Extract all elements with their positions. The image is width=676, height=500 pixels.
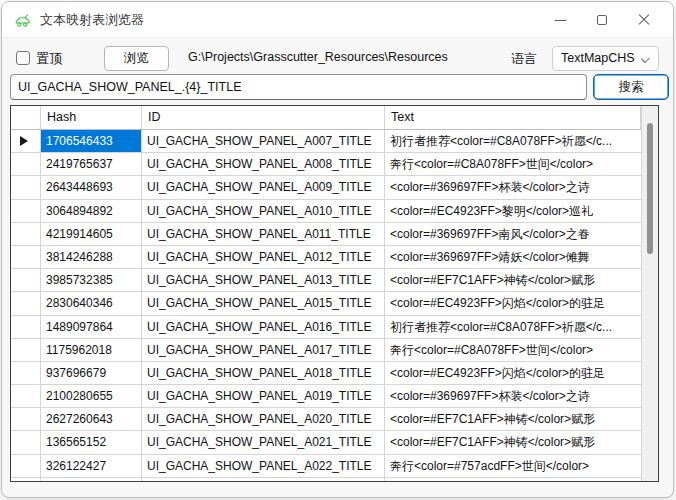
table-row[interactable]: 4219914605UI_GACHA_SHOW_PANEL_A011_TITLE… xyxy=(11,223,658,246)
id-cell[interactable]: UI_GACHA_SHOW_PANEL_A011_TITLE xyxy=(142,223,385,246)
row-header-cell[interactable] xyxy=(11,339,41,362)
hash-cell[interactable]: 937696679 xyxy=(41,362,142,385)
hash-cell[interactable]: 1489097864 xyxy=(41,316,142,339)
scrollbar-thumb[interactable] xyxy=(647,123,653,254)
table-row[interactable]: 1489097864UI_GACHA_SHOW_PANEL_A016_TITLE… xyxy=(11,316,658,339)
grid-rows: 1706546433UI_GACHA_SHOW_PANEL_A007_TITLE… xyxy=(11,130,658,482)
grid-header-row: Hash ID Text xyxy=(11,106,658,130)
row-header-cell[interactable] xyxy=(11,153,41,176)
row-header-cell[interactable] xyxy=(11,455,41,478)
id-cell[interactable]: UI_GACHA_SHOW_PANEL_A010_TITLE xyxy=(142,200,385,223)
table-row[interactable]: 326122427UI_GACHA_SHOW_PANEL_A022_TITLE奔… xyxy=(11,455,658,478)
app-window: 文本映射表浏览器 置顶 浏览 G:\Projects\Grasscutter_R… xyxy=(1,1,674,498)
table-row[interactable]: 2100280655UI_GACHA_SHOW_PANEL_A019_TITLE… xyxy=(11,385,658,408)
text-cell[interactable]: <color=#369697FF>靖妖</color>傩舞 xyxy=(385,246,641,269)
search-input[interactable] xyxy=(10,74,587,100)
search-button[interactable]: 搜索 xyxy=(593,74,669,100)
text-cell[interactable]: <color=#EF7C1AFF>神铸</color>赋形 xyxy=(385,269,641,292)
table-row[interactable]: 2627260643UI_GACHA_SHOW_PANEL_A020_TITLE… xyxy=(11,408,658,431)
row-header-cell[interactable] xyxy=(11,431,41,454)
table-row-partial[interactable]: 初行者推荐<color=#C8A078FF>祈愿</c... xyxy=(11,478,658,482)
hash-cell[interactable]: 3985732385 xyxy=(41,269,142,292)
hash-cell[interactable]: 3064894892 xyxy=(41,200,142,223)
row-header-cell[interactable] xyxy=(11,246,41,269)
hash-cell[interactable]: 1706546433 xyxy=(41,130,142,153)
title-bar[interactable]: 文本映射表浏览器 xyxy=(2,2,673,38)
table-row[interactable]: 136565152UI_GACHA_SHOW_PANEL_A021_TITLE<… xyxy=(11,431,658,454)
id-cell[interactable]: UI_GACHA_SHOW_PANEL_A021_TITLE xyxy=(142,431,385,454)
text-cell[interactable]: 初行者推荐<color=#C8A078FF>祈愿</c... xyxy=(385,130,641,153)
row-header-cell[interactable] xyxy=(11,385,41,408)
text-cell[interactable]: 奔行<color=#C8A078FF>世间</color> xyxy=(385,153,641,176)
table-row[interactable]: 3064894892UI_GACHA_SHOW_PANEL_A010_TITLE… xyxy=(11,200,658,223)
hash-cell[interactable]: 2419765637 xyxy=(41,153,142,176)
hash-cell[interactable]: 2100280655 xyxy=(41,385,142,408)
row-header-cell[interactable] xyxy=(11,362,41,385)
text-cell[interactable]: 初行者推荐<color=#C8A078FF>祈愿</c... xyxy=(385,478,641,482)
hash-cell[interactable]: 2643448693 xyxy=(41,176,142,199)
close-button[interactable] xyxy=(623,2,665,38)
row-header-cell[interactable] xyxy=(11,408,41,431)
maximize-button[interactable] xyxy=(581,2,623,38)
table-row[interactable]: 2643448693UI_GACHA_SHOW_PANEL_A009_TITLE… xyxy=(11,176,658,199)
browse-button[interactable]: 浏览 xyxy=(104,46,169,71)
text-cell[interactable]: <color=#369697FF>杯装</color>之诗 xyxy=(385,176,641,199)
column-header-hash[interactable]: Hash xyxy=(41,106,142,129)
row-header-cell[interactable] xyxy=(11,130,41,153)
window-title: 文本映射表浏览器 xyxy=(40,2,144,38)
id-cell[interactable]: UI_GACHA_SHOW_PANEL_A020_TITLE xyxy=(142,408,385,431)
text-cell[interactable]: <color=#369697FF>南风</color>之眷 xyxy=(385,223,641,246)
column-header-id[interactable]: ID xyxy=(142,106,385,129)
text-cell[interactable]: <color=#EC4923FF>黎明</color>巡礼 xyxy=(385,200,641,223)
hash-cell[interactable]: 2627260643 xyxy=(41,408,142,431)
table-row[interactable]: 1175962018UI_GACHA_SHOW_PANEL_A017_TITLE… xyxy=(11,339,658,362)
text-cell[interactable]: <color=#EC4923FF>闪焰</color>的驻足 xyxy=(385,292,641,315)
text-cell[interactable]: <color=#EF7C1AFF>神铸</color>赋形 xyxy=(385,431,641,454)
row-header-cell[interactable] xyxy=(11,269,41,292)
table-row[interactable]: 937696679UI_GACHA_SHOW_PANEL_A018_TITLE<… xyxy=(11,362,658,385)
hash-cell[interactable]: 2830640346 xyxy=(41,292,142,315)
grasscutter-app-icon xyxy=(14,11,32,29)
table-row[interactable]: 2830640346UI_GACHA_SHOW_PANEL_A015_TITLE… xyxy=(11,292,658,315)
pin-on-top-checkbox[interactable] xyxy=(16,51,30,65)
text-cell[interactable]: <color=#369697FF>杯装</color>之诗 xyxy=(385,385,641,408)
table-row[interactable]: 2419765637UI_GACHA_SHOW_PANEL_A008_TITLE… xyxy=(11,153,658,176)
table-row[interactable]: 3985732385UI_GACHA_SHOW_PANEL_A013_TITLE… xyxy=(11,269,658,292)
id-cell[interactable]: UI_GACHA_SHOW_PANEL_A013_TITLE xyxy=(142,269,385,292)
minimize-button[interactable] xyxy=(539,2,581,38)
id-cell[interactable]: UI_GACHA_SHOW_PANEL_A009_TITLE xyxy=(142,176,385,199)
row-header-cell[interactable] xyxy=(11,478,41,482)
id-cell[interactable] xyxy=(142,478,385,482)
hash-cell[interactable]: 326122427 xyxy=(41,455,142,478)
hash-cell[interactable]: 136565152 xyxy=(41,431,142,454)
row-header-cell[interactable] xyxy=(11,292,41,315)
hash-cell[interactable] xyxy=(41,478,142,482)
row-header-column xyxy=(11,106,41,129)
text-cell[interactable]: 奔行<color=#757acdFF>世间</color> xyxy=(385,455,641,478)
vertical-scrollbar[interactable] xyxy=(641,106,658,481)
language-combobox[interactable]: TextMapCHS xyxy=(552,46,659,71)
row-header-cell[interactable] xyxy=(11,316,41,339)
id-cell[interactable]: UI_GACHA_SHOW_PANEL_A018_TITLE xyxy=(142,362,385,385)
text-cell[interactable]: <color=#EC4923FF>闪焰</color>的驻足 xyxy=(385,362,641,385)
row-header-cell[interactable] xyxy=(11,200,41,223)
id-cell[interactable]: UI_GACHA_SHOW_PANEL_A016_TITLE xyxy=(142,316,385,339)
id-cell[interactable]: UI_GACHA_SHOW_PANEL_A015_TITLE xyxy=(142,292,385,315)
id-cell[interactable]: UI_GACHA_SHOW_PANEL_A019_TITLE xyxy=(142,385,385,408)
id-cell[interactable]: UI_GACHA_SHOW_PANEL_A022_TITLE xyxy=(142,455,385,478)
id-cell[interactable]: UI_GACHA_SHOW_PANEL_A017_TITLE xyxy=(142,339,385,362)
table-row[interactable]: 1706546433UI_GACHA_SHOW_PANEL_A007_TITLE… xyxy=(11,130,658,153)
text-cell[interactable]: 奔行<color=#C8A078FF>世间</color> xyxy=(385,339,641,362)
hash-cell[interactable]: 4219914605 xyxy=(41,223,142,246)
text-cell[interactable]: 初行者推荐<color=#C8A078FF>祈愿</c... xyxy=(385,316,641,339)
row-header-cell[interactable] xyxy=(11,223,41,246)
column-header-text[interactable]: Text xyxy=(385,106,641,129)
id-cell[interactable]: UI_GACHA_SHOW_PANEL_A007_TITLE xyxy=(142,130,385,153)
table-row[interactable]: 3814246288UI_GACHA_SHOW_PANEL_A012_TITLE… xyxy=(11,246,658,269)
hash-cell[interactable]: 1175962018 xyxy=(41,339,142,362)
id-cell[interactable]: UI_GACHA_SHOW_PANEL_A012_TITLE xyxy=(142,246,385,269)
row-header-cell[interactable] xyxy=(11,176,41,199)
text-cell[interactable]: <color=#EF7C1AFF>神铸</color>赋形 xyxy=(385,408,641,431)
id-cell[interactable]: UI_GACHA_SHOW_PANEL_A008_TITLE xyxy=(142,153,385,176)
hash-cell[interactable]: 3814246288 xyxy=(41,246,142,269)
